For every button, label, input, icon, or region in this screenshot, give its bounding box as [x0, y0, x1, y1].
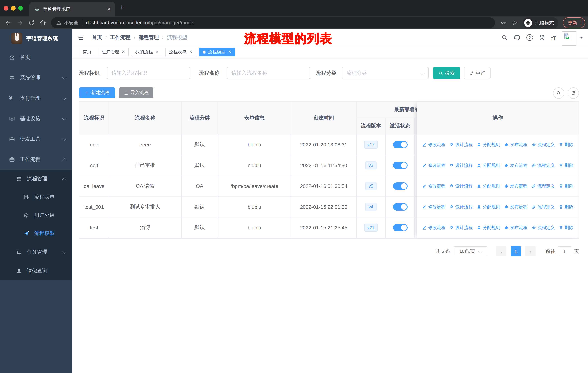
url-bar[interactable]: 不安全 dashboard.yudao.iocoder.cn/bpm/manag… [51, 18, 495, 28]
page-size-select[interactable]: 10条/页 [454, 246, 487, 256]
update-button[interactable]: 更新 [563, 18, 585, 28]
delete-link[interactable]: 删除 [559, 183, 573, 189]
cell-name-link[interactable]: eeee [109, 134, 181, 155]
cell-form-link[interactable]: biubiu [218, 134, 291, 155]
tag-my-process[interactable]: 我的流程✕ [132, 48, 162, 56]
publish-process-link[interactable]: 发布流程 [504, 204, 527, 210]
traffic-light-minimize[interactable] [11, 6, 16, 10]
tab-close-icon[interactable]: ✕ [107, 6, 111, 12]
publish-process-link[interactable]: 发布流程 [504, 225, 527, 231]
reload-icon[interactable] [28, 20, 35, 26]
process-definition-link[interactable]: 流程定义 [532, 141, 555, 148]
active-toggle[interactable] [393, 141, 407, 148]
publish-process-link[interactable]: 发布流程 [504, 141, 527, 148]
process-name-input[interactable]: 请输入流程名称 [227, 67, 310, 79]
tag-process-form[interactable]: 流程表单✕ [165, 48, 196, 56]
tag-close-icon[interactable]: ✕ [122, 50, 125, 54]
password-key-icon[interactable] [501, 20, 507, 26]
assign-rule-link[interactable]: 分配规则 [477, 225, 500, 231]
active-toggle[interactable] [393, 224, 407, 231]
app-logo-row[interactable]: 芋道管理系统 [0, 29, 72, 47]
cell-name-link[interactable]: 自己审批 [109, 155, 181, 176]
edit-process-link[interactable]: 修改流程 [422, 141, 445, 148]
new-tab-button[interactable]: + [120, 3, 124, 12]
active-toggle[interactable] [393, 182, 407, 190]
design-process-link[interactable]: 设计流程 [450, 225, 473, 231]
assign-rule-link[interactable]: 分配规则 [477, 204, 500, 210]
sidebar-item-payment[interactable]: ¥ 支付管理 [0, 88, 72, 109]
assign-rule-link[interactable]: 分配规则 [477, 141, 500, 148]
cell-form-link[interactable]: biubiu [218, 217, 291, 238]
design-process-link[interactable]: 设计流程 [450, 183, 473, 189]
traffic-light-close[interactable] [4, 6, 8, 10]
back-icon[interactable] [5, 19, 12, 26]
tag-home[interactable]: 首页 [79, 48, 95, 56]
help-icon[interactable]: ? [526, 34, 533, 41]
delete-link[interactable]: 删除 [559, 225, 573, 231]
cell-form-link[interactable]: /bpm/oa/leave/create [218, 176, 291, 197]
cell-form-link[interactable]: biubiu [218, 197, 291, 217]
page-number-1[interactable]: 1 [511, 246, 521, 256]
active-toggle[interactable] [393, 162, 407, 169]
process-key-input[interactable]: 请输入流程标识 [107, 67, 190, 79]
tag-close-icon[interactable]: ✕ [155, 50, 158, 54]
tag-close-icon[interactable]: ✕ [189, 50, 192, 54]
prev-page-button[interactable]: ‹ [496, 246, 506, 256]
design-process-link[interactable]: 设计流程 [450, 162, 473, 169]
refresh-table-button[interactable] [567, 87, 579, 99]
process-definition-link[interactable]: 流程定义 [532, 204, 555, 210]
cell-name-link[interactable]: OA 请假 [109, 176, 181, 197]
tag-tenant[interactable]: 租户管理✕ [98, 48, 129, 56]
sidebar-item-infra[interactable]: 基础设施 [0, 109, 72, 129]
update-label[interactable]: 更新 [568, 20, 577, 26]
delete-link[interactable]: 删除 [559, 141, 573, 148]
process-definition-link[interactable]: 流程定义 [532, 162, 555, 169]
avatar[interactable] [562, 31, 576, 45]
delete-link[interactable]: 删除 [559, 162, 573, 169]
next-page-button[interactable]: › [525, 246, 536, 256]
sidebar-item-leave-query[interactable]: 请假查询 [0, 262, 72, 281]
reset-button[interactable]: 重置 [464, 67, 491, 79]
edit-process-link[interactable]: 修改流程 [422, 183, 445, 189]
sidebar-item-devtools[interactable]: 研发工具 [0, 129, 72, 149]
sidebar-item-system[interactable]: 系统管理 [0, 68, 72, 88]
tag-close-icon[interactable]: ✕ [228, 50, 231, 54]
create-process-button[interactable]: 新建流程 [79, 87, 115, 98]
sidebar-item-process-manage[interactable]: 流程管理 [0, 170, 72, 188]
delete-link[interactable]: 删除 [559, 204, 573, 210]
cell-form-link[interactable]: biubiu [218, 155, 291, 176]
toggle-search-button[interactable] [553, 87, 564, 99]
browser-menu-icon[interactable] [580, 20, 581, 25]
traffic-light-zoom[interactable] [18, 6, 23, 10]
active-toggle[interactable] [393, 203, 407, 211]
tag-process-model[interactable]: 流程模型✕ [199, 48, 235, 56]
goto-page-input[interactable]: 1 [558, 246, 571, 256]
assign-rule-link[interactable]: 分配规则 [477, 162, 500, 169]
process-definition-link[interactable]: 流程定义 [532, 183, 555, 189]
assign-rule-link[interactable]: 分配规则 [477, 183, 500, 189]
edit-process-link[interactable]: 修改流程 [422, 225, 445, 231]
fullscreen-icon[interactable] [539, 34, 545, 40]
home-icon[interactable] [39, 19, 46, 26]
search-icon[interactable] [501, 34, 508, 41]
search-button[interactable]: 搜索 [433, 67, 460, 79]
bookmark-star-icon[interactable]: ☆ [512, 19, 518, 27]
publish-process-link[interactable]: 发布流程 [504, 183, 527, 189]
design-process-link[interactable]: 设计流程 [450, 141, 473, 148]
github-icon[interactable] [514, 34, 520, 41]
cell-name-link[interactable]: 滔博 [109, 217, 181, 238]
process-definition-link[interactable]: 流程定义 [532, 225, 555, 231]
breadcrumb-workflow[interactable]: 工作流程 [110, 34, 130, 41]
browser-tab[interactable]: 芋道管理系统 ✕ [29, 2, 115, 16]
publish-process-link[interactable]: 发布流程 [504, 162, 527, 169]
edit-process-link[interactable]: 修改流程 [422, 204, 445, 210]
collapse-sidebar-icon[interactable] [77, 34, 84, 41]
breadcrumb-home[interactable]: 首页 [92, 34, 102, 41]
sidebar-item-user-group[interactable]: 用户分组 [0, 206, 72, 224]
sidebar-item-home[interactable]: 首页 [0, 47, 72, 68]
sidebar-item-workflow[interactable]: 工作流程 [0, 149, 72, 170]
edit-process-link[interactable]: 修改流程 [422, 162, 445, 169]
avatar-caret-icon[interactable] [580, 37, 583, 39]
sidebar-item-task-manage[interactable]: 任务管理 [0, 242, 72, 262]
process-category-select[interactable]: 流程分类 [342, 67, 429, 79]
